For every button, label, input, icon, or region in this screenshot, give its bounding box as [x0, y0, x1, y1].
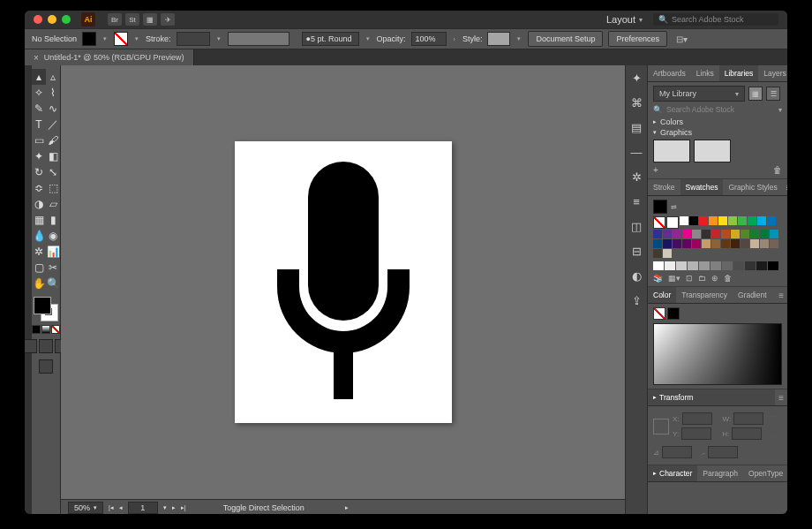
stock-icon[interactable]: St	[125, 13, 139, 26]
swatch[interactable]	[682, 239, 691, 248]
opacity-input[interactable]: 100%	[411, 32, 447, 46]
swatch[interactable]	[731, 230, 740, 238]
list-view-button[interactable]: ☰	[766, 87, 780, 101]
blend-tool[interactable]: ◉	[46, 228, 60, 244]
draw-behind-icon[interactable]	[39, 339, 53, 353]
grid-view-button[interactable]: ▦	[748, 87, 763, 101]
zoom-tool[interactable]: 🔍	[46, 276, 60, 291]
scale-tool[interactable]: ⤡	[46, 164, 60, 180]
swatch[interactable]	[718, 216, 727, 225]
swatch[interactable]	[663, 249, 672, 258]
appearance-panel-icon[interactable]: ◐	[629, 268, 643, 283]
swatch-kind-icon[interactable]: ▦▾	[668, 274, 680, 283]
swatch[interactable]	[721, 239, 730, 248]
gray-swatch[interactable]	[699, 261, 710, 270]
tab-transparency[interactable]: Transparency	[676, 287, 733, 303]
link-wh-icon[interactable]	[769, 416, 781, 437]
hand-tool[interactable]: ✋	[32, 276, 46, 291]
swatch[interactable]	[699, 216, 708, 225]
tab-layers[interactable]: Layers	[758, 65, 787, 81]
swatch[interactable]	[702, 230, 710, 238]
swatch[interactable]	[653, 249, 662, 258]
rotate-input[interactable]	[662, 446, 692, 458]
fill-stroke-control[interactable]	[34, 297, 58, 321]
color-black-icon[interactable]	[667, 307, 680, 320]
zoom-level-input[interactable]: 50%▾	[68, 502, 103, 514]
swatch[interactable]	[770, 239, 778, 248]
delete-button[interactable]: 🗑	[773, 165, 782, 175]
fill-color-icon[interactable]	[34, 297, 51, 314]
preferences-button[interactable]: Preferences	[608, 31, 667, 47]
swatch[interactable]	[711, 230, 720, 238]
bridge-icon[interactable]: Br	[108, 13, 122, 26]
symbols-panel-icon[interactable]: ✲	[629, 170, 643, 184]
swatch-options-icon[interactable]: ⊡	[686, 274, 693, 283]
brush-definition[interactable]: ● 5 pt. Round	[302, 32, 359, 46]
reference-point-grid[interactable]	[653, 419, 669, 435]
gray-swatch[interactable]	[688, 261, 698, 270]
swatch[interactable]	[721, 230, 730, 238]
screen-mode-icon[interactable]	[39, 359, 53, 374]
tab-color[interactable]: Color	[648, 287, 676, 303]
library-category-colors[interactable]: ▸Colors	[653, 117, 782, 126]
properties-panel-icon[interactable]: ✦	[629, 71, 643, 85]
eyedropper-tool[interactable]: 💧	[32, 228, 46, 244]
tab-stroke[interactable]: Stroke	[648, 179, 680, 195]
stock-search-input[interactable]: 🔍 Search Adobe Stock	[653, 13, 778, 26]
tab-character[interactable]: ▸Character	[648, 465, 697, 481]
library-category-graphics[interactable]: ▾Graphics	[653, 128, 782, 137]
panel-menu-icon[interactable]: ≡	[783, 179, 787, 195]
close-window-button[interactable]	[34, 15, 42, 24]
color-mode-icon[interactable]	[32, 325, 41, 334]
swatch[interactable]	[653, 239, 662, 248]
swatch[interactable]	[770, 230, 778, 238]
gray-swatch[interactable]	[665, 261, 675, 270]
swatch[interactable]	[711, 239, 720, 248]
swatch[interactable]	[663, 230, 672, 238]
tab-paragraph[interactable]: Paragraph	[697, 465, 743, 481]
swatch[interactable]	[748, 216, 756, 225]
swatch[interactable]	[767, 216, 776, 225]
swatch[interactable]	[731, 239, 740, 248]
pathfinder-panel-icon[interactable]: ◫	[629, 219, 643, 233]
tab-transform[interactable]: ▸Transform	[648, 389, 775, 405]
library-search-input[interactable]: 🔍 Search Adobe Stock ▾	[653, 105, 782, 114]
swatch[interactable]	[750, 230, 759, 238]
swatch[interactable]	[653, 230, 662, 238]
direct-selection-tool[interactable]: ▵	[46, 69, 60, 85]
gray-swatch[interactable]	[722, 261, 733, 270]
swatch[interactable]	[750, 239, 759, 248]
swatch[interactable]	[760, 230, 769, 238]
width-tool[interactable]: ≎	[32, 180, 46, 196]
gray-swatch[interactable]	[768, 261, 778, 270]
color-none-icon[interactable]	[653, 307, 665, 320]
canvas-area[interactable]: 50%▾ |◂ ◂ 1 ▾ ▸ ▸| Toggle Direct Selecti…	[61, 65, 625, 514]
gray-swatch[interactable]	[733, 261, 744, 270]
swatch[interactable]	[680, 216, 688, 225]
library-selector[interactable]: My Library▾	[653, 86, 745, 102]
swatch-libraries-icon[interactable]: 📚	[653, 274, 663, 283]
artboard-tool[interactable]: ▢	[32, 260, 46, 276]
swatch-registration[interactable]	[666, 216, 679, 229]
tab-swatches[interactable]: Swatches	[680, 179, 724, 195]
swatch[interactable]	[692, 239, 701, 248]
artboard-index-input[interactable]: 1	[128, 502, 158, 514]
gradient-tool[interactable]: ▮	[46, 212, 60, 228]
stroke-weight-input[interactable]	[177, 32, 210, 46]
library-graphic-thumb[interactable]	[694, 140, 731, 162]
document-setup-button[interactable]: Document Setup	[528, 31, 603, 47]
asset-export-panel-icon[interactable]: ⇪	[629, 293, 643, 307]
tab-gradient[interactable]: Gradient	[733, 287, 772, 303]
last-artboard-button[interactable]: ▸|	[181, 504, 186, 511]
prev-artboard-button[interactable]: ◂	[119, 504, 123, 511]
swatch[interactable]	[663, 239, 672, 248]
swatch[interactable]	[689, 216, 698, 225]
next-artboard-button[interactable]: ▸	[172, 504, 176, 511]
add-content-button[interactable]: +	[653, 165, 658, 175]
swatch[interactable]	[702, 239, 710, 248]
gray-swatch[interactable]	[710, 261, 721, 270]
tab-links[interactable]: Links	[691, 65, 719, 81]
column-graph-tool[interactable]: 📊	[46, 244, 60, 260]
transform-w-input[interactable]	[733, 412, 763, 425]
free-transform-tool[interactable]: ⬚	[46, 180, 60, 196]
